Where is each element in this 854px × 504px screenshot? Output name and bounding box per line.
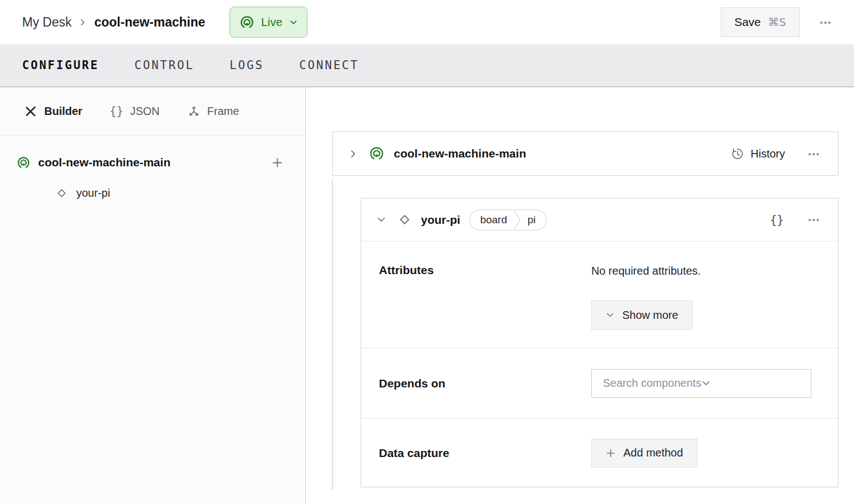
tree-connector-line <box>332 180 333 490</box>
tree-item-machine-main[interactable]: cool-new-machine-main <box>0 148 305 177</box>
tree-item-your-pi[interactable]: your-pi <box>0 179 305 207</box>
braces-icon: {} <box>770 213 784 227</box>
add-method-button[interactable]: Add method <box>591 439 697 468</box>
chevron-down-icon <box>606 311 615 319</box>
crossed-tools-icon <box>24 104 38 118</box>
tab-connect[interactable]: CONNECT <box>299 56 359 74</box>
machine-broadcast-icon <box>369 146 384 161</box>
history-clock-icon <box>731 147 744 161</box>
attributes-empty-text: No required attributes. <box>591 264 701 278</box>
machine-card-menu-button[interactable]: ••• <box>805 146 824 161</box>
collapse-component-button[interactable] <box>376 214 387 225</box>
history-button[interactable]: History <box>731 147 785 161</box>
plus-icon <box>606 448 616 458</box>
badge-type-label: board <box>470 214 514 226</box>
view-json-label: JSON <box>130 105 159 118</box>
machine-broadcast-icon <box>17 156 30 170</box>
depends-on-placeholder: Search components <box>603 377 701 390</box>
attributes-label: Attributes <box>379 264 591 348</box>
view-builder-label: Builder <box>44 105 82 118</box>
view-builder[interactable]: Builder <box>24 104 82 118</box>
chevron-right-icon <box>348 149 358 159</box>
add-method-label: Add method <box>623 447 683 459</box>
component-card-header: your-pi board pi {} <box>361 198 838 242</box>
ellipsis-icon: ••• <box>808 150 820 158</box>
braces-icon: {} <box>110 104 123 118</box>
breadcrumb-machine-name: cool-new-machine <box>94 15 205 30</box>
depends-on-select[interactable]: Search components <box>591 369 811 398</box>
tab-bar: CONFIGURE CONTROL LOGS CONNECT <box>0 44 854 87</box>
component-type-badge: board pi <box>470 209 546 230</box>
config-main: cool-new-machine-main History <box>306 87 854 504</box>
data-capture-section: Data capture Add method <box>361 419 838 487</box>
attributes-section: Attributes No required attributes. Show … <box>361 242 838 348</box>
live-broadcast-icon <box>239 15 254 30</box>
sidebar: Builder {} JSON Frame <box>0 87 306 504</box>
breadcrumb-chevron-right-icon <box>79 18 87 27</box>
component-diamond-icon <box>397 212 412 227</box>
chevron-down-icon <box>289 18 298 27</box>
data-capture-content: Add method <box>591 439 697 468</box>
tab-control[interactable]: CONTROL <box>134 56 194 74</box>
viam-machine-page: My Desk cool-new-machine Live <box>0 0 854 504</box>
view-frame[interactable]: Frame <box>187 104 239 118</box>
tab-configure[interactable]: CONFIGURE <box>22 56 99 74</box>
component-card-actions: {} ••• <box>769 212 824 228</box>
breadcrumb-my-desk[interactable]: My Desk <box>22 15 71 30</box>
component-title: your-pi <box>421 213 460 227</box>
ellipsis-icon: ••• <box>820 18 832 27</box>
header-overflow-menu-button[interactable]: ••• <box>816 15 835 30</box>
machine-part-title: cool-new-machine-main <box>394 147 526 160</box>
save-button[interactable]: Save ⌘S <box>721 7 800 37</box>
add-component-button[interactable] <box>269 155 285 171</box>
component-menu-button[interactable]: ••• <box>805 212 824 227</box>
top-header: My Desk cool-new-machine Live <box>0 0 854 44</box>
machine-part-card: cool-new-machine-main History <box>332 132 839 176</box>
history-label: History <box>751 148 785 160</box>
view-json[interactable]: {} JSON <box>110 104 160 118</box>
show-more-label: Show more <box>622 309 678 322</box>
breadcrumb: My Desk cool-new-machine <box>22 15 205 30</box>
component-diamond-icon <box>55 187 68 200</box>
machine-status-dropdown[interactable]: Live <box>230 7 308 38</box>
tab-logs[interactable]: LOGS <box>230 56 264 74</box>
save-shortcut-hint: ⌘S <box>768 15 787 29</box>
attributes-content: No required attributes. Show more <box>591 264 701 348</box>
component-json-button[interactable]: {} <box>769 212 785 228</box>
badge-model-label: pi <box>521 214 546 226</box>
expand-machine-card-button[interactable] <box>347 148 359 160</box>
tree-your-pi-label: your-pi <box>76 187 110 200</box>
axes-icon <box>187 104 201 118</box>
view-frame-label: Frame <box>207 105 239 118</box>
header-actions: Save ⌘S ••• <box>721 7 835 37</box>
chevron-down-icon <box>377 215 386 224</box>
tree-machine-label: cool-new-machine-main <box>38 156 170 169</box>
show-more-button[interactable]: Show more <box>591 300 692 330</box>
data-capture-label: Data capture <box>379 447 591 460</box>
machine-card-actions: History ••• <box>731 146 824 161</box>
component-card-your-pi: your-pi board pi {} <box>361 198 839 487</box>
ellipsis-icon: ••• <box>808 216 820 224</box>
view-switcher: Builder {} JSON Frame <box>0 87 305 135</box>
chevron-down-icon <box>701 379 711 388</box>
live-status-label: Live <box>261 15 283 29</box>
depends-on-content: Search components <box>591 369 811 398</box>
depends-on-section: Depends on Search components <box>361 348 838 419</box>
component-tree: cool-new-machine-main <box>0 135 305 207</box>
badge-divider-chevron-icon <box>514 210 521 230</box>
depends-on-label: Depends on <box>379 377 591 390</box>
content-area: Builder {} JSON Frame <box>0 87 854 504</box>
plus-icon <box>272 157 283 169</box>
save-label: Save <box>735 15 761 29</box>
